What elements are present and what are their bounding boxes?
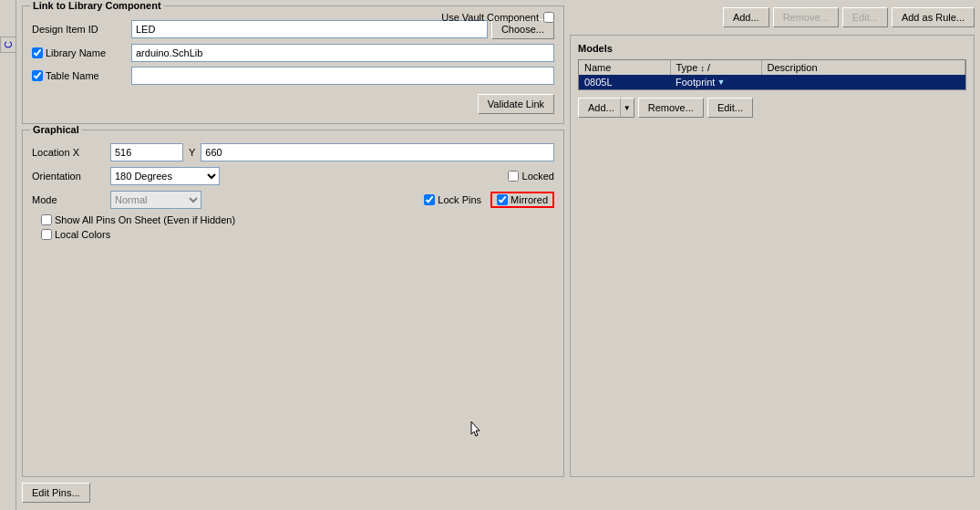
remove-button-top[interactable]: Remove... <box>773 7 839 27</box>
row-name: 0805L <box>579 75 670 89</box>
mirrored-checkbox[interactable] <box>497 194 508 205</box>
location-y-label: Y <box>189 147 195 158</box>
orientation-label: Orientation <box>32 171 105 182</box>
orientation-select[interactable]: 0 Degrees 90 Degrees 180 Degrees 270 Deg… <box>110 167 220 185</box>
row-description <box>761 75 965 89</box>
table-name-checkbox[interactable] <box>32 70 43 81</box>
bottom-bar: Edit Pins... <box>22 477 975 505</box>
models-section: Models Name Type ↕ / Description <box>570 35 975 477</box>
lock-pins-checkbox[interactable] <box>424 194 435 205</box>
graphical-title: Graphical <box>30 124 82 135</box>
library-name-input[interactable] <box>131 44 554 62</box>
models-table: Name Type ↕ / Description 0805L <box>579 60 965 89</box>
models-add-arrow[interactable]: ▼ <box>620 98 634 118</box>
models-add-button[interactable]: Add... <box>578 98 620 118</box>
cursor-area <box>469 420 484 440</box>
graphical-group: Graphical Location X Y Orientation 0 Deg… <box>22 130 564 477</box>
mirrored-label: Mirrored <box>511 194 548 205</box>
locked-checkbox[interactable] <box>508 171 519 182</box>
edit-pins-button[interactable]: Edit Pins... <box>22 483 90 503</box>
add-as-rule-button[interactable]: Add as Rule... <box>892 7 975 27</box>
models-bottom-buttons: Add... ▼ Remove... Edit... <box>578 98 966 118</box>
mode-row: Mode Normal De Morgan IEEE Lock Pins <box>32 191 554 209</box>
table-name-label: Table Name <box>46 70 99 81</box>
models-title: Models <box>578 43 966 54</box>
right-top-buttons: Add... Remove... Edit... Add as Rule... <box>570 5 975 27</box>
table-name-input[interactable] <box>131 67 554 85</box>
location-row: Location X Y <box>32 143 554 161</box>
show-pins-row: Show All Pins On Sheet (Even if Hidden) <box>41 214 554 225</box>
add-button-top[interactable]: Add... <box>723 7 769 27</box>
library-name-checkbox[interactable] <box>32 47 43 58</box>
library-name-label: Library Name <box>46 47 106 58</box>
validate-link-button[interactable]: Validate Link <box>478 94 554 114</box>
show-pins-checkbox[interactable] <box>41 214 52 225</box>
link-library-group: Link to Library Component Use Vault Comp… <box>22 5 564 124</box>
local-colors-row: Local Colors <box>41 229 554 240</box>
link-library-title: Link to Library Component <box>30 0 164 11</box>
design-item-label: Design Item ID <box>32 24 128 35</box>
col-description: Description <box>761 60 965 75</box>
mode-label: Mode <box>32 194 105 205</box>
table-row[interactable]: 0805L Footprint ▼ <box>579 75 965 89</box>
side-tab[interactable]: C <box>0 36 16 53</box>
edit-button-top[interactable]: Edit... <box>842 7 888 27</box>
lock-pins-label[interactable]: Lock Pins <box>424 194 481 205</box>
local-colors-label[interactable]: Local Colors <box>41 229 110 240</box>
col-name: Name <box>579 60 670 75</box>
svg-marker-0 <box>471 422 480 436</box>
col-type: Type ↕ / <box>670 60 761 75</box>
library-name-row: Library Name <box>32 44 554 62</box>
mode-select[interactable]: Normal De Morgan IEEE <box>110 191 201 209</box>
location-x-label: Location X <box>32 147 105 158</box>
table-name-row: Table Name <box>32 67 554 85</box>
models-edit-button[interactable]: Edit... <box>707 98 753 118</box>
use-vault-label: Use Vault Component <box>441 12 539 23</box>
row-type: Footprint ▼ <box>670 75 761 89</box>
mirrored-highlight-box: Mirrored <box>490 192 554 208</box>
location-y-input[interactable] <box>201 143 554 161</box>
design-item-input[interactable] <box>131 20 488 38</box>
add-dropdown: Add... ▼ <box>578 98 634 118</box>
models-remove-button[interactable]: Remove... <box>638 98 704 118</box>
local-colors-checkbox[interactable] <box>41 229 52 240</box>
models-table-wrapper: Name Type ↕ / Description 0805L <box>578 59 966 90</box>
show-pins-label[interactable]: Show All Pins On Sheet (Even if Hidden) <box>41 214 235 225</box>
orientation-row: Orientation 0 Degrees 90 Degrees 180 Deg… <box>32 167 554 185</box>
location-x-input[interactable] <box>110 143 183 161</box>
use-vault-checkbox[interactable] <box>543 12 554 23</box>
locked-label: Locked <box>522 171 554 182</box>
